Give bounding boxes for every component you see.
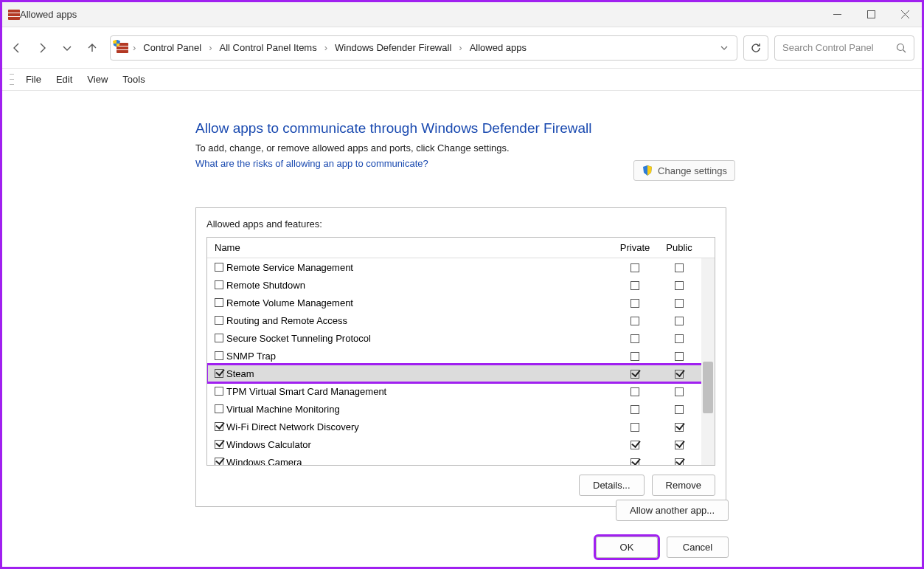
window-title: Allowed apps (20, 9, 820, 20)
private-checkbox[interactable] (631, 423, 639, 432)
breadcrumb-item[interactable]: All Control Panel Items (216, 41, 319, 55)
chevron-down-icon[interactable] (718, 44, 731, 52)
menu-edit[interactable]: Edit (50, 72, 78, 86)
enable-checkbox[interactable] (215, 422, 223, 431)
public-checkbox[interactable] (675, 263, 684, 272)
up-button[interactable] (80, 36, 104, 60)
breadcrumb-item[interactable]: Windows Defender Firewall (332, 41, 454, 55)
grip-icon (10, 72, 14, 87)
table-row[interactable]: TPM Virtual Smart Card Management (207, 382, 715, 400)
refresh-button[interactable] (743, 35, 768, 61)
public-checkbox[interactable] (675, 299, 684, 308)
menu-tools[interactable]: Tools (117, 72, 150, 86)
scroll-thumb[interactable] (703, 362, 713, 413)
column-name[interactable]: Name (207, 242, 613, 253)
private-checkbox[interactable] (631, 317, 639, 325)
enable-checkbox[interactable] (215, 280, 223, 289)
enable-checkbox[interactable] (215, 387, 223, 396)
private-checkbox[interactable] (631, 263, 639, 272)
menu-bar: File Edit View Tools (2, 69, 922, 91)
remove-button[interactable]: Remove (652, 475, 715, 496)
list-body: Remote Service ManagementRemote Shutdown… (207, 258, 715, 465)
table-row[interactable]: Remote Volume Management (207, 294, 715, 311)
table-row[interactable]: Windows Calculator (207, 435, 715, 453)
main-content: Allow apps to communicate through Window… (195, 120, 734, 507)
public-checkbox[interactable] (675, 387, 684, 396)
private-checkbox[interactable] (631, 352, 639, 361)
enable-checkbox[interactable] (215, 458, 223, 465)
row-name: Wi-Fi Direct Network Discovery (226, 421, 613, 432)
close-button[interactable] (888, 2, 922, 27)
ok-button[interactable]: OK (596, 537, 658, 558)
scrollbar[interactable] (701, 258, 715, 465)
chevron-right-icon: › (324, 42, 327, 53)
breadcrumb-item[interactable]: Control Panel (140, 41, 204, 55)
menu-view[interactable]: View (81, 72, 114, 86)
private-checkbox[interactable] (631, 370, 639, 379)
table-row[interactable]: Windows Camera (207, 453, 715, 465)
allow-another-button[interactable]: Allow another app... (616, 500, 729, 521)
public-checkbox[interactable] (675, 370, 684, 379)
table-row[interactable]: Remote Service Management (207, 258, 715, 276)
table-row[interactable]: Remote Shutdown (207, 276, 715, 294)
dialog-buttons: OK Cancel (596, 537, 729, 558)
maximize-button[interactable] (854, 2, 888, 27)
cancel-button[interactable]: Cancel (667, 537, 729, 558)
private-checkbox[interactable] (631, 441, 639, 449)
breadcrumb-icon (117, 43, 128, 53)
breadcrumb[interactable]: › Control Panel › All Control Panel Item… (110, 35, 737, 61)
private-checkbox[interactable] (631, 334, 639, 343)
back-button[interactable] (5, 36, 29, 60)
private-checkbox[interactable] (631, 299, 639, 308)
enable-checkbox[interactable] (215, 263, 223, 272)
search-input[interactable]: Search Control Panel (774, 35, 914, 61)
public-checkbox[interactable] (675, 423, 684, 432)
enable-checkbox[interactable] (215, 440, 223, 449)
svg-rect-1 (867, 11, 875, 18)
firewall-icon (8, 10, 20, 20)
public-checkbox[interactable] (675, 405, 684, 414)
table-row[interactable]: Virtual Machine Monitoring (207, 400, 715, 418)
table-row[interactable]: Routing and Remote Access (207, 311, 715, 329)
menu-file[interactable]: File (20, 72, 47, 86)
page-heading: Allow apps to communicate through Window… (195, 120, 734, 137)
private-checkbox[interactable] (631, 458, 639, 465)
enable-checkbox[interactable] (215, 369, 223, 378)
row-name: SNMP Trap (226, 351, 613, 362)
table-row[interactable]: Wi-Fi Direct Network Discovery (207, 418, 715, 435)
column-public[interactable]: Public (657, 242, 701, 253)
public-checkbox[interactable] (675, 441, 684, 449)
table-row[interactable]: SNMP Trap (207, 347, 715, 365)
column-private[interactable]: Private (613, 242, 657, 253)
row-name: TPM Virtual Smart Card Management (226, 386, 613, 397)
enable-checkbox[interactable] (215, 334, 223, 342)
row-name: Virtual Machine Monitoring (226, 404, 613, 415)
public-checkbox[interactable] (675, 352, 684, 361)
svg-point-4 (897, 44, 904, 50)
recent-dropdown[interactable] (55, 36, 79, 60)
details-button[interactable]: Details... (579, 475, 645, 496)
enable-checkbox[interactable] (215, 298, 223, 307)
private-checkbox[interactable] (631, 405, 639, 414)
private-checkbox[interactable] (631, 387, 639, 396)
table-row[interactable]: Secure Socket Tunneling Protocol (207, 329, 715, 347)
row-name: Windows Calculator (226, 439, 613, 450)
minimize-button[interactable] (820, 2, 854, 27)
row-name: Remote Shutdown (226, 280, 613, 291)
change-settings-button[interactable]: Change settings (633, 160, 735, 181)
table-row[interactable]: Steam (207, 365, 715, 382)
chevron-right-icon: › (459, 42, 462, 53)
public-checkbox[interactable] (675, 458, 684, 465)
search-placeholder: Search Control Panel (782, 42, 874, 53)
forward-button[interactable] (30, 36, 54, 60)
svg-line-5 (903, 49, 906, 52)
enable-checkbox[interactable] (215, 316, 223, 325)
public-checkbox[interactable] (675, 334, 684, 343)
private-checkbox[interactable] (631, 281, 639, 290)
enable-checkbox[interactable] (215, 351, 223, 360)
public-checkbox[interactable] (675, 281, 684, 290)
page-subheading: To add, change, or remove allowed apps a… (195, 142, 734, 154)
enable-checkbox[interactable] (215, 404, 223, 413)
breadcrumb-item[interactable]: Allowed apps (467, 41, 529, 55)
public-checkbox[interactable] (675, 317, 684, 325)
